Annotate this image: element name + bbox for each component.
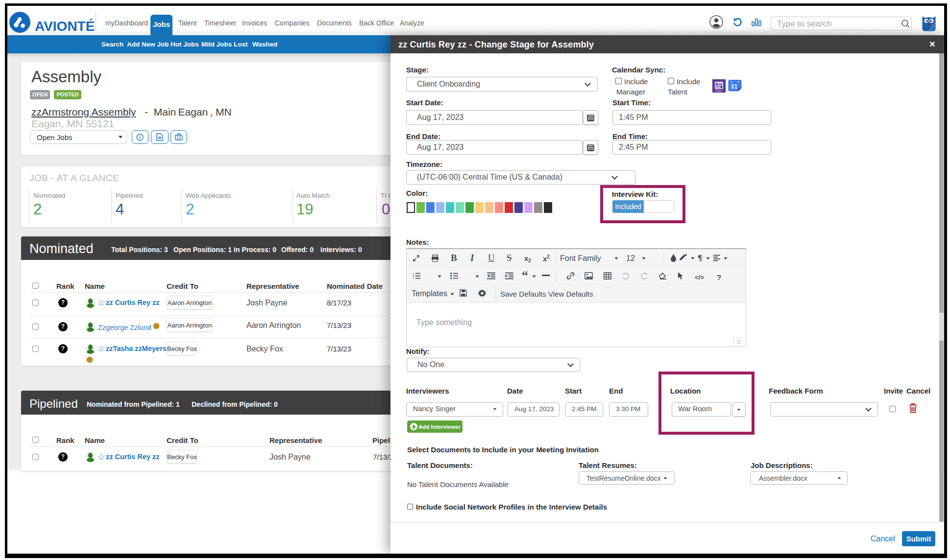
svg-text:W: W xyxy=(158,136,162,140)
svg-text:Calendar: Calendar xyxy=(715,90,722,92)
svg-text:2: 2 xyxy=(413,275,414,278)
svg-text:31: 31 xyxy=(731,83,737,90)
